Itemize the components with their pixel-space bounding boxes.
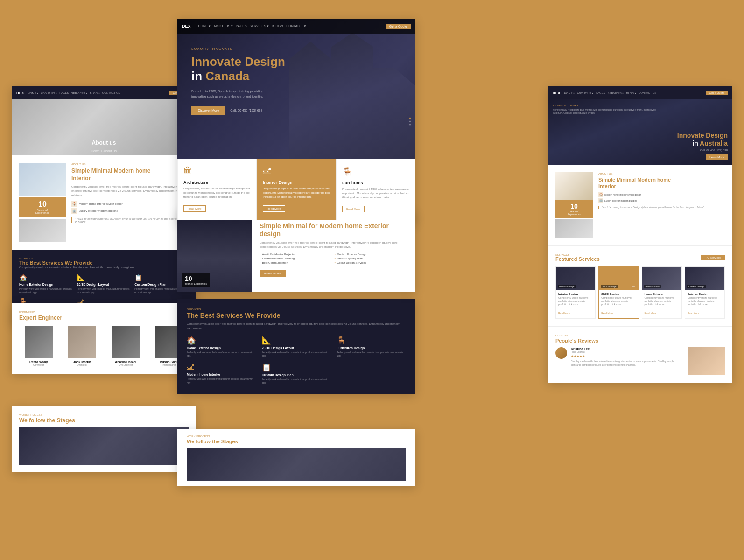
right-nav-about[interactable]: ABOUT US ▾ bbox=[577, 91, 593, 95]
right-nav-cta-button[interactable]: Get a Quote bbox=[706, 91, 728, 95]
hero-dot-3[interactable] bbox=[409, 124, 411, 126]
featured-card-title-4: Exterior Design bbox=[688, 293, 722, 295]
right-about-small-img bbox=[555, 219, 593, 238]
service-icon-1: 🏠 bbox=[19, 274, 73, 281]
exterior-features-grid: Await Residential Projects Modern Exteri… bbox=[260, 253, 408, 264]
rhc-learn-button[interactable]: Learn More bbox=[706, 154, 728, 160]
right-nav-pages[interactable]: PAGES bbox=[596, 91, 605, 95]
right-card: DEX HOME ▾ ABOUT US ▾ PAGES SERVICES ▾ B… bbox=[548, 86, 732, 383]
service-title-2: 20/3D Design Layout bbox=[77, 283, 131, 286]
cb-item-title-5: Custom Design Plan bbox=[262, 373, 331, 377]
ext-feature-3: Electrical Interior Planning bbox=[260, 257, 333, 260]
right-nav-blog[interactable]: BLOG ▾ bbox=[626, 91, 636, 95]
reviewer-name: Kristina Lee bbox=[571, 347, 684, 350]
hero-discover-button[interactable]: Discover More bbox=[191, 106, 225, 115]
about-quote: "You'll be coming tomorrow in Design sty… bbox=[71, 217, 189, 223]
featured-read-more-3[interactable]: Read More bbox=[645, 312, 656, 315]
cb-item-desc-4: Perfectly work web-enabled manufacturer … bbox=[187, 378, 256, 384]
featured-content-4: Exterior Design Competently utilize mult… bbox=[685, 290, 724, 318]
exterior-description: Competently visualize error-free metrics… bbox=[260, 241, 408, 249]
service-icon-2: 📐 bbox=[77, 274, 131, 281]
rat-feature-2: 🏢 Luxury exterior modern building bbox=[598, 198, 725, 203]
right-nav-contact[interactable]: CONTACT US bbox=[639, 91, 656, 95]
left-nav-about[interactable]: ABOUT US ▾ bbox=[41, 91, 57, 95]
exterior-cta-button[interactable]: READ MORE bbox=[260, 270, 286, 277]
featured-card-title-3: Home Exterior bbox=[645, 293, 679, 295]
rat-features: 🏠 Modern home Interior stylish design 🏢 … bbox=[598, 192, 725, 203]
team-grid: Resta Wany Contractor Jack Martin Archit… bbox=[19, 326, 189, 366]
about-features: 🏠 Modern home Interior stylish design 🏢 … bbox=[71, 201, 189, 214]
member-role-3: Civil Engineer bbox=[106, 364, 145, 366]
furniture-title: Furnitures bbox=[342, 181, 409, 185]
interior-read-button[interactable]: Read More bbox=[263, 205, 285, 212]
cb-title-normal: The Best Services bbox=[187, 312, 243, 319]
featured-img-1: Interior Design bbox=[556, 267, 595, 290]
left-nav-contact[interactable]: CONTACT US bbox=[102, 91, 120, 95]
member-role-2: Architect bbox=[63, 364, 101, 366]
hero-nav-cta-button[interactable]: Get a Quote bbox=[386, 24, 411, 29]
about-feature-2: 🏢 Luxury exterior modern building bbox=[71, 208, 189, 214]
hero-content: LUXURY INNOVATE Innovate Design in Canad… bbox=[191, 47, 285, 115]
architecture-read-button[interactable]: Read More bbox=[183, 205, 206, 212]
team-title: Expert Engineer bbox=[19, 315, 189, 321]
featured-read-more-2[interactable]: Read More bbox=[601, 312, 613, 315]
furniture-read-button[interactable]: Read More bbox=[342, 206, 365, 212]
hero-description: Founded in 2005, Sparch is specializing … bbox=[191, 89, 275, 99]
about-small-image bbox=[19, 219, 66, 242]
featured-label-1: Interior Design bbox=[558, 285, 576, 288]
left-services-header: SERVICES The Best Services We Provide Co… bbox=[19, 257, 189, 269]
featured-label-3: Home Exterior bbox=[644, 285, 662, 288]
hero-nav-pages[interactable]: PAGES bbox=[236, 24, 247, 28]
member-avatar-1 bbox=[25, 326, 53, 358]
hero-nav-about[interactable]: ABOUT US ▾ bbox=[213, 24, 233, 28]
architecture-desc: Progressively impact 24/365 relationship… bbox=[183, 187, 251, 199]
team-member-2: Jack Martin Architect bbox=[63, 326, 101, 366]
hero-nav-services[interactable]: SERVICES ▾ bbox=[250, 24, 269, 28]
team-member-1: Resta Wany Contractor bbox=[19, 326, 58, 366]
right-hero-sub: A TRENDY LUXURY bbox=[553, 104, 658, 107]
feature-icon-2: 🏢 bbox=[71, 208, 77, 214]
featured-title-normal: Featured bbox=[555, 256, 577, 262]
left-nav-services[interactable]: SERVICES ▾ bbox=[71, 91, 88, 95]
hero-dot-1[interactable] bbox=[409, 118, 411, 119]
right-nav-services[interactable]: SERVICES ▾ bbox=[608, 91, 624, 95]
center-stages: WORK PROCESS We follow the Stages bbox=[177, 429, 415, 486]
about-main-image bbox=[19, 163, 66, 196]
rab-label: Experiences bbox=[558, 213, 590, 216]
hero-nav-home[interactable]: HOME ▾ bbox=[198, 24, 211, 28]
cb-item-desc-3: Perfectly work web-enabled manufacturer … bbox=[337, 351, 406, 357]
services-title-normal: The Best bbox=[19, 260, 41, 266]
reviewer-text: Kristina Lee Plant Exprest ★★★★★ Credibl… bbox=[571, 347, 684, 375]
left-nav-blog[interactable]: BLOG ▾ bbox=[90, 91, 100, 95]
about-years-badge: 10 Years of Experience bbox=[19, 197, 66, 217]
services-title-accent: Services bbox=[42, 260, 63, 266]
right-nav-home[interactable]: HOME ▾ bbox=[564, 91, 575, 95]
featured-read-more-1[interactable]: Read More bbox=[558, 312, 570, 315]
member-role-1: Contractor bbox=[19, 364, 58, 366]
featured-content-2: 20/3D Design Competently utilize multile… bbox=[599, 290, 638, 318]
hero-call-text: Call: 00 456 (123) 698 bbox=[230, 109, 262, 112]
feature-label-1: Modern home Interior stylish design bbox=[79, 203, 123, 205]
featured-read-more-4[interactable]: Read More bbox=[688, 312, 699, 315]
featured-card-title-2: 20/3D Design bbox=[601, 293, 636, 295]
cb-item-3: 🪑 Furnitures Design Perfectly work web-e… bbox=[337, 336, 406, 357]
featured-img-3: Home Exterior bbox=[642, 267, 681, 290]
cb-icon-3: 🪑 bbox=[337, 336, 406, 345]
rat-label-1: Modern home Interior stylish design bbox=[604, 193, 641, 196]
service-title-1: Home Exterior Design bbox=[19, 283, 73, 286]
services-title: The Best Services We Provide bbox=[19, 260, 189, 266]
hero-nav-blog[interactable]: BLOG ▾ bbox=[272, 24, 283, 28]
member-name-2: Jack Martin bbox=[63, 360, 101, 364]
right-about-main-img bbox=[555, 172, 593, 200]
about-description: Competently visualize error-free metrics… bbox=[71, 185, 189, 197]
about-text-content: ABOUT US Simple Minimal Modern home Inte… bbox=[71, 163, 189, 242]
hero-nav-contact[interactable]: CONTACT US bbox=[286, 24, 307, 28]
featured-item-3: Home Exterior Home Exterior Competently … bbox=[642, 266, 682, 319]
hero-dot-2[interactable] bbox=[409, 121, 411, 122]
right-hero-text: Monotonically recapitalize B2B metrics w… bbox=[553, 108, 658, 115]
rab-number: 10 bbox=[558, 203, 590, 210]
left-nav-pages[interactable]: PAGES bbox=[59, 91, 69, 95]
left-nav-home[interactable]: HOME ▾ bbox=[28, 91, 38, 95]
all-services-button[interactable]: + All Services bbox=[701, 255, 725, 260]
services-title-end: We Provide bbox=[65, 260, 93, 266]
